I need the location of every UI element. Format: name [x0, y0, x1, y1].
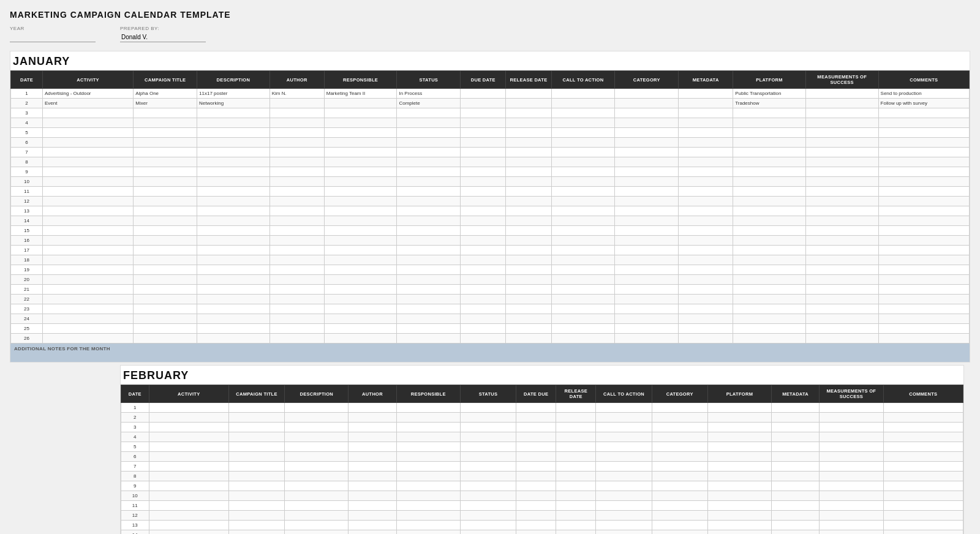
cell-campaign[interactable] — [228, 511, 284, 521]
cell-date[interactable]: 26 — [11, 334, 43, 344]
cell-release[interactable] — [506, 275, 551, 285]
cell-author[interactable] — [270, 304, 324, 314]
cell-desc[interactable] — [285, 511, 349, 521]
cell-status[interactable] — [397, 314, 461, 324]
cell-responsible[interactable] — [324, 314, 397, 324]
cell-category[interactable] — [615, 304, 679, 314]
cell-due[interactable] — [461, 314, 506, 324]
cell-cta[interactable] — [551, 118, 615, 128]
cell-campaign[interactable] — [134, 167, 197, 177]
cell-comments[interactable] — [883, 432, 963, 442]
cell-platform[interactable] — [772, 423, 820, 432]
cell-release[interactable] — [556, 403, 596, 413]
cell-desc[interactable] — [197, 187, 270, 197]
cell-date[interactable]: 13 — [121, 521, 149, 530]
cell-platform[interactable] — [772, 442, 820, 452]
cell-responsible[interactable] — [396, 472, 460, 481]
cell-responsible[interactable] — [324, 334, 397, 344]
cell-metadata[interactable] — [707, 403, 771, 413]
cell-campaign[interactable] — [134, 148, 197, 157]
cell-metadata[interactable] — [679, 167, 733, 177]
cell-desc[interactable] — [197, 216, 270, 226]
cell-release[interactable] — [506, 89, 551, 99]
cell-due[interactable] — [516, 452, 556, 462]
cell-campaign[interactable] — [228, 413, 284, 423]
cell-author[interactable] — [349, 432, 396, 442]
cell-desc[interactable] — [197, 255, 270, 265]
cell-metadata[interactable] — [679, 255, 733, 265]
cell-status[interactable] — [397, 118, 461, 128]
cell-cta[interactable] — [551, 304, 615, 314]
cell-author[interactable] — [349, 530, 396, 535]
cell-due[interactable] — [516, 501, 556, 511]
cell-metadata[interactable] — [707, 521, 771, 530]
cell-due[interactable] — [461, 128, 506, 138]
cell-status[interactable] — [397, 108, 461, 118]
cell-cta[interactable] — [551, 314, 615, 324]
cell-responsible[interactable] — [324, 187, 397, 197]
year-input[interactable] — [10, 32, 96, 42]
cell-cta[interactable] — [551, 99, 615, 108]
cell-status[interactable] — [397, 187, 461, 197]
cell-release[interactable] — [506, 206, 551, 216]
cell-platform[interactable] — [733, 295, 806, 304]
cell-status[interactable] — [397, 246, 461, 255]
cell-due[interactable] — [516, 491, 556, 501]
cell-campaign[interactable] — [134, 226, 197, 236]
cell-author[interactable] — [270, 118, 324, 128]
cell-platform[interactable] — [772, 403, 820, 413]
cell-category[interactable] — [652, 432, 707, 442]
cell-due[interactable] — [461, 206, 506, 216]
cell-cta[interactable] — [551, 138, 615, 148]
cell-status[interactable] — [397, 255, 461, 265]
cell-author[interactable] — [349, 452, 396, 462]
cell-measure[interactable] — [805, 157, 878, 167]
cell-activity[interactable] — [42, 177, 133, 187]
cell-desc[interactable] — [197, 108, 270, 118]
cell-responsible[interactable] — [324, 216, 397, 226]
cell-activity[interactable] — [149, 530, 228, 535]
cell-cta[interactable] — [551, 108, 615, 118]
cell-category[interactable] — [615, 275, 679, 285]
cell-status[interactable] — [397, 148, 461, 157]
cell-responsible[interactable] — [324, 246, 397, 255]
cell-campaign[interactable] — [134, 138, 197, 148]
cell-due[interactable] — [516, 413, 556, 423]
cell-author[interactable] — [270, 216, 324, 226]
cell-status[interactable] — [460, 442, 516, 452]
cell-measure[interactable] — [820, 423, 883, 432]
cell-status[interactable] — [460, 403, 516, 413]
cell-due[interactable] — [461, 118, 506, 128]
cell-comments[interactable] — [878, 226, 969, 236]
cell-author[interactable] — [349, 423, 396, 432]
cell-comments[interactable] — [878, 206, 969, 216]
cell-status[interactable] — [460, 472, 516, 481]
cell-metadata[interactable] — [707, 501, 771, 511]
cell-metadata[interactable] — [707, 432, 771, 442]
cell-author[interactable] — [349, 491, 396, 501]
cell-comments[interactable] — [883, 472, 963, 481]
cell-metadata[interactable] — [679, 236, 733, 246]
cell-responsible[interactable] — [324, 167, 397, 177]
cell-status[interactable] — [397, 226, 461, 236]
cell-cta[interactable] — [596, 501, 652, 511]
cell-desc[interactable] — [285, 481, 349, 491]
cell-metadata[interactable] — [707, 423, 771, 432]
cell-author[interactable] — [270, 167, 324, 177]
cell-measure[interactable] — [820, 521, 883, 530]
cell-metadata[interactable] — [707, 511, 771, 521]
cell-campaign[interactable] — [228, 472, 284, 481]
cell-author[interactable] — [270, 226, 324, 236]
cell-measure[interactable] — [820, 432, 883, 442]
cell-release[interactable] — [506, 295, 551, 304]
cell-responsible[interactable] — [324, 295, 397, 304]
cell-activity[interactable] — [149, 442, 228, 452]
cell-date[interactable]: 7 — [121, 462, 149, 472]
cell-comments[interactable] — [878, 255, 969, 265]
cell-activity[interactable] — [42, 206, 133, 216]
cell-comments[interactable] — [883, 521, 963, 530]
cell-release[interactable] — [506, 148, 551, 157]
cell-measure[interactable] — [820, 452, 883, 462]
cell-due[interactable] — [461, 89, 506, 99]
cell-due[interactable] — [461, 255, 506, 265]
